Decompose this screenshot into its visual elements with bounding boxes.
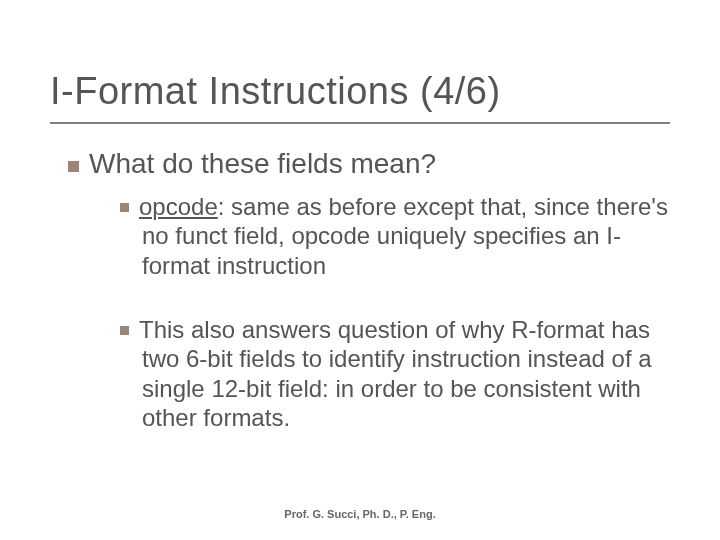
bullet-level2-item2: This also answers question of why R-form… bbox=[120, 315, 680, 432]
bullet-level2-item1: opcode: same as before except that, sinc… bbox=[120, 192, 680, 280]
bullet-level1-text: What do these fields mean? bbox=[89, 148, 436, 179]
bullet-level1: What do these fields mean? bbox=[68, 148, 668, 180]
square-bullet-icon bbox=[120, 326, 129, 335]
opcode-description: : same as before except that, since ther… bbox=[142, 193, 668, 279]
title-underline bbox=[50, 122, 670, 124]
item2-text: This also answers question of why R-form… bbox=[139, 316, 652, 431]
square-bullet-icon bbox=[120, 203, 129, 212]
square-bullet-icon bbox=[68, 161, 79, 172]
slide-title: I-Format Instructions (4/6) bbox=[50, 70, 501, 113]
slide-footer: Prof. G. Succi, Ph. D., P. Eng. bbox=[0, 508, 720, 520]
opcode-term: opcode bbox=[139, 193, 218, 220]
slide: I-Format Instructions (4/6) What do thes… bbox=[0, 0, 720, 540]
